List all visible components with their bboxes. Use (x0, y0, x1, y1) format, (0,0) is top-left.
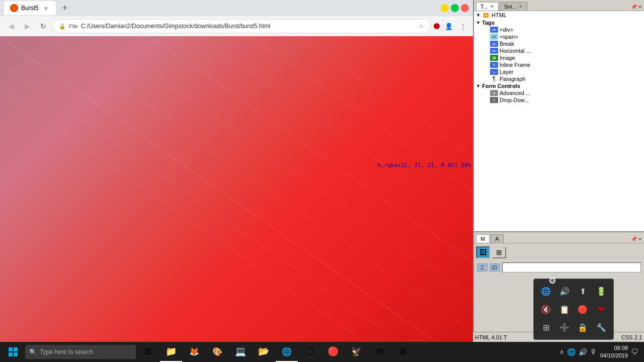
forward-button[interactable]: ▶ (20, 19, 34, 33)
panel-pin-icon[interactable]: 📌 (631, 4, 637, 10)
tray-popup-clipboard[interactable]: 📋 (556, 301, 573, 317)
tree-item-horizontal[interactable]: hr Horizontal ... (474, 47, 644, 54)
tray-popup-plus[interactable]: ➕ (556, 319, 573, 335)
start-button[interactable] (2, 342, 24, 362)
tray-popup-upload[interactable]: ⬆ (575, 283, 591, 299)
browser-tab-burst5[interactable]: Burst5 ✕ (4, 1, 56, 15)
panel-close-icon[interactable]: ✕ (638, 4, 642, 10)
taskbar-app-firefox[interactable]: 🦊 (183, 342, 205, 362)
tree-label-paragraph: Paragraph (500, 76, 525, 82)
taskbar-app-explorer[interactable]: 📁 (160, 342, 182, 362)
taskbar-app-chrome[interactable]: 🌐 (276, 342, 298, 362)
tree-item-layer[interactable]: L Layer (474, 68, 644, 75)
taskbar-app-desktop[interactable]: 🖥 (391, 342, 414, 362)
taskbar-app-folder[interactable]: 📂 (253, 342, 275, 362)
css-version-status: CSS 2.1 (621, 334, 642, 340)
network-tray-icon[interactable]: 🌐 (567, 348, 576, 356)
task-view-button[interactable]: ⊞ (137, 342, 159, 362)
tray-popup-lock[interactable]: 🔒 (575, 319, 591, 335)
taskbar-app-antivirus[interactable]: 🔴 (322, 342, 344, 362)
tree-item-paragraph[interactable]: ¶ Paragraph (474, 75, 644, 82)
nav-right-icons: 👤 ⋮ (433, 20, 469, 32)
address-lock-icon: 🔒 (59, 23, 66, 30)
taskbar-app-mail[interactable]: ✉ (368, 342, 390, 362)
tray-popup-battery[interactable]: 🔋 (593, 283, 609, 299)
notification-icon[interactable]: 🗨 (631, 348, 638, 356)
desktop-icon: 🖥 (398, 346, 407, 357)
bottom-panel-pin[interactable]: 📌 (631, 236, 637, 242)
edge-icon: 🦅 (351, 346, 362, 357)
tree-item-span[interactable]: <> <span> (474, 33, 644, 40)
tray-popup-heart[interactable]: ❤ (593, 301, 609, 317)
panel-tab-snippets-close[interactable]: ✕ (519, 4, 523, 9)
tags-section-label: Tags (482, 20, 495, 26)
panel-tab-snippets[interactable]: Sni... ✕ (500, 2, 527, 11)
tab-close-button[interactable]: ✕ (42, 4, 50, 12)
firefox-icon: 🦊 (189, 347, 199, 356)
tree-label-span: <span> (500, 34, 518, 40)
maximize-button[interactable] (451, 4, 459, 12)
new-tab-button[interactable]: + (58, 1, 72, 15)
svg-rect-0 (9, 347, 13, 351)
chrome-icon: 🌐 (282, 347, 292, 356)
bottom-panel-close[interactable]: ✕ (638, 236, 642, 242)
tree-item-iframe[interactable]: if Inline Frame (474, 61, 644, 68)
taskbar-app-gimp[interactable]: 🎨 (206, 342, 228, 362)
menu-icon[interactable]: ⋮ (457, 20, 469, 32)
minimize-button[interactable] (441, 4, 449, 12)
system-tray-popup: 🌐 🔊 ⬆ 🔋 🔇 📋 🔴 ❤ ⊞ ➕ 🔒 🔧 (533, 279, 614, 340)
close-button[interactable] (461, 4, 469, 12)
tree-section-form[interactable]: ▼ Form Controls (474, 82, 644, 89)
back-button[interactable]: ◀ (4, 19, 18, 33)
tree-label-advanced: Advanced ... (500, 90, 530, 96)
tray-popup-wrench[interactable]: 🔧 (593, 319, 609, 335)
terminal-icon: 💻 (235, 346, 246, 357)
panel-tab-tags-close[interactable]: ✕ (490, 4, 494, 9)
red-circle-icon (434, 23, 440, 29)
browser-window: Burst5 ✕ + ◀ ▶ ↻ 🔒 File C:/Users/Damian2… (0, 0, 473, 342)
volume-tray-icon[interactable]: 🔊 (579, 348, 587, 356)
tree-label-dropdown: Drop-Dow... (500, 97, 529, 103)
code-overlay-text: %,rgba(21, 21, 21, 0.02) 50% (376, 161, 473, 169)
id-input[interactable] (502, 262, 641, 273)
tree-label-image: Image (500, 55, 515, 61)
tree-item-image[interactable]: 🖼 Image (474, 54, 644, 61)
tray-popup-antivirus[interactable]: 🔴 (575, 301, 591, 317)
taskbar-tray: ∧ 🌐 🔊 🎙 08:08 04/10/2019 🗨 (555, 344, 642, 360)
antivirus-icon: 🔴 (328, 346, 339, 357)
tray-popup-volume[interactable]: 🔊 (556, 283, 573, 299)
taskbar-app-hp[interactable]: ⬡ (299, 342, 321, 362)
burst-background (0, 36, 473, 342)
address-bar[interactable]: 🔒 File C:/Users/Damian2/Documents/Gimpst… (52, 19, 431, 33)
refresh-button[interactable]: ↻ (36, 19, 50, 33)
tray-popup-window[interactable]: ⊞ (538, 319, 554, 335)
taskbar-app-terminal[interactable]: 💻 (229, 342, 252, 362)
btn-grid[interactable]: ⊞ (492, 246, 506, 258)
tree-label-layer: Layer (500, 69, 514, 75)
tree-item-advanced[interactable]: A Advanced ... (474, 89, 644, 97)
bookmark-star-icon[interactable]: ☆ (419, 23, 424, 30)
tree-item-html-root[interactable]: ▼ H HTML (474, 11, 644, 19)
taskbar-clock[interactable]: 08:08 04/10/2019 (600, 344, 628, 360)
tree-item-dropdown[interactable]: D Drop-Dow... (474, 97, 644, 104)
taskbar-date-display: 04/10/2019 (600, 352, 628, 359)
tray-popup-network[interactable]: 🌐 (538, 283, 554, 299)
taskbar: 🔍 Type here to search ⊞ 📁 🦊 🎨 💻 📂 🌐 ⬡ 🔴 … (0, 342, 644, 362)
btn-image-active[interactable]: 🖼 (476, 246, 490, 258)
chevron-up-tray[interactable]: ∧ (559, 348, 564, 355)
panel-tab-tags[interactable]: T... ✕ (476, 2, 499, 11)
mic-tray-icon[interactable]: 🎙 (590, 348, 597, 356)
tree-section-tags[interactable]: ▼ Tags (474, 19, 644, 26)
z-field-label: Z (477, 263, 488, 272)
bottom-tab-a[interactable]: A (491, 234, 503, 243)
account-icon[interactable]: 👤 (443, 20, 455, 32)
tree-item-div[interactable]: <> <div> (474, 26, 644, 33)
taskbar-app-edge[interactable]: 🦅 (345, 342, 367, 362)
mail-icon: ✉ (376, 346, 383, 357)
svg-rect-2 (9, 352, 13, 356)
bottom-tab-m[interactable]: M (476, 234, 490, 243)
taskbar-search-bar[interactable]: 🔍 Type here to search (25, 345, 136, 359)
form-section-label: Form Controls (482, 83, 520, 89)
tray-popup-mute[interactable]: 🔇 (538, 301, 554, 317)
tree-item-break[interactable]: br Break (474, 40, 644, 47)
